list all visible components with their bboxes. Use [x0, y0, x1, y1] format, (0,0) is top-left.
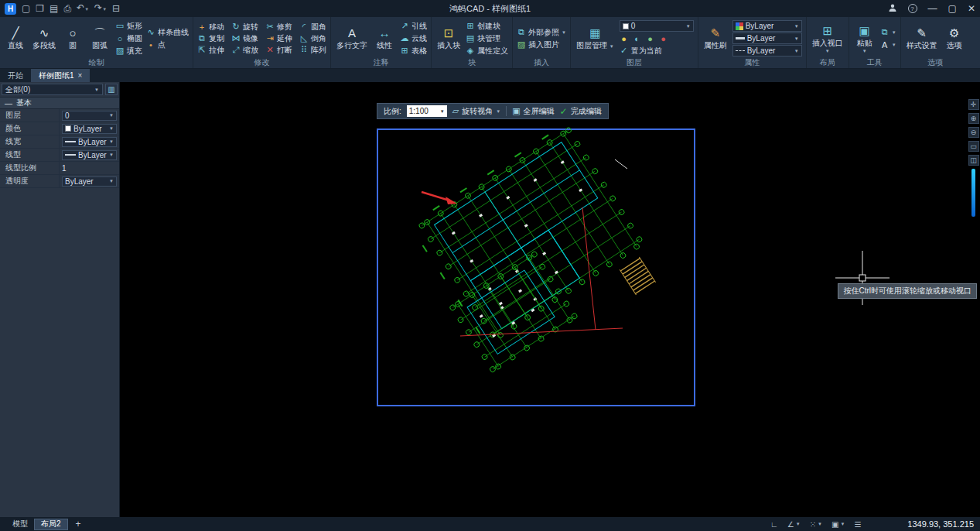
- insert-block-button[interactable]: ⊡ 插入块: [435, 26, 462, 51]
- chamfer-button[interactable]: ◺倒角: [299, 33, 326, 44]
- extend-button[interactable]: ⇥延伸: [265, 33, 292, 44]
- ucs-icon[interactable]: ∟: [770, 520, 778, 529]
- style-settings-button[interactable]: ✎ 样式设置: [905, 26, 939, 51]
- text-tool-button[interactable]: A▼: [880, 39, 896, 50]
- ellipse-button[interactable]: ○ 椭圆: [115, 33, 142, 44]
- insert-viewport-button[interactable]: ⊞ 插入视口 ▼: [811, 23, 845, 53]
- open-file-icon[interactable]: ❒: [36, 3, 44, 14]
- create-block-button[interactable]: ⊞ 创建块: [466, 20, 508, 32]
- line-button[interactable]: ╱ 直线: [4, 26, 27, 51]
- layer-lock-icon[interactable]: ●: [646, 34, 655, 43]
- layer-color-swatch: [623, 23, 629, 29]
- scale-button[interactable]: ⤢缩放: [231, 44, 258, 56]
- copy-button[interactable]: ⧉复制: [197, 33, 224, 44]
- zoom-window-icon[interactable]: ▭: [968, 141, 979, 152]
- zoom-extents-icon[interactable]: ◫: [968, 155, 979, 166]
- layer-on-icon[interactable]: ●: [620, 34, 629, 43]
- mtext-button[interactable]: A 多行文字: [335, 26, 369, 51]
- zoom-slider[interactable]: [971, 169, 975, 217]
- drawing-canvas[interactable]: 比例: 1:100 ▼ ▱ 旋转视角 ▼ ▣ 全屏编辑 ✓ 完成编辑: [120, 82, 980, 517]
- tab-close-icon[interactable]: ×: [78, 71, 83, 80]
- close-button[interactable]: ✕: [968, 3, 975, 14]
- plot-icon[interactable]: ⊟: [112, 3, 120, 14]
- undo-icon[interactable]: ↶▼: [77, 2, 89, 15]
- spline-button[interactable]: ∿ 样条曲线: [146, 26, 189, 38]
- maximize-button[interactable]: ▢: [948, 3, 957, 14]
- layer-off-icon[interactable]: ●: [659, 34, 668, 43]
- minimize-button[interactable]: —: [928, 3, 937, 14]
- paste-button[interactable]: ▣ 粘贴 ▼: [853, 23, 876, 53]
- ribbon-group-tools: ▣ 粘贴 ▼ ⧉▼ A▼ 工具: [849, 17, 901, 68]
- viewport-mode-icon[interactable]: ▣▼: [831, 520, 845, 529]
- block-manager-button[interactable]: ▤ 块管理: [466, 33, 508, 44]
- color-value-select[interactable]: ByLayer▼: [62, 124, 117, 134]
- redo-icon[interactable]: ↷▼: [94, 2, 107, 15]
- angle-snap-icon[interactable]: ∠▼: [787, 520, 801, 529]
- stretch-button[interactable]: ⇱拉伸: [197, 44, 224, 56]
- tab-start[interactable]: 开始: [0, 69, 31, 82]
- zoom-out-icon[interactable]: ⊖: [968, 127, 979, 138]
- linetype-value-select[interactable]: ByLayer▼: [62, 150, 117, 160]
- fillet-button[interactable]: ◜圆角: [299, 21, 326, 33]
- layer-freeze-icon[interactable]: ◐: [633, 34, 642, 43]
- layer-value-select[interactable]: 0▼: [62, 111, 117, 121]
- rectangle-button[interactable]: ▭ 矩形: [115, 20, 142, 32]
- quick-select-icon[interactable]: ▥: [105, 84, 118, 95]
- table-button[interactable]: ⊞ 表格: [400, 45, 427, 57]
- linear-dim-button[interactable]: ↔ 线性: [373, 26, 396, 51]
- pan-icon[interactable]: ✛: [968, 99, 979, 110]
- scale-select[interactable]: 1:100 ▼: [407, 105, 447, 117]
- property-row-lineweight: 线宽 ByLayer▼: [0, 135, 119, 149]
- layer-select[interactable]: 0 ▼: [620, 20, 694, 32]
- tab-sample-drawing[interactable]: 样例图纸1 ×: [31, 69, 90, 82]
- layout2-tab[interactable]: 布局2: [34, 519, 68, 530]
- lineweight-value-select[interactable]: ByLayer▼: [62, 137, 117, 147]
- revcloud-button[interactable]: ☁ 云线: [400, 33, 427, 44]
- options-button[interactable]: ⚙ 选项: [943, 26, 966, 51]
- properties-panel: 全部(0) ▼ ▥ — 基本 图层 0▼ 颜色 ByLayer▼: [0, 82, 120, 517]
- rotate-view-button[interactable]: ▱ 旋转视角 ▼: [452, 106, 500, 117]
- ribbon-group-layout: ⊞ 插入视口 ▼ 布局: [807, 17, 849, 68]
- attribute-def-button[interactable]: ◈ 属性定义: [466, 45, 508, 57]
- copy-clip-button[interactable]: ⧉▼: [880, 26, 896, 38]
- match-properties-button[interactable]: ✎ 属性刷: [702, 26, 729, 51]
- property-row-layer: 图层 0▼: [0, 109, 119, 122]
- finish-edit-button[interactable]: ✓ 完成编辑: [560, 106, 602, 117]
- fullscreen-edit-button[interactable]: ▣ 全屏编辑: [512, 106, 554, 117]
- arc-button[interactable]: ⌒ 圆弧: [88, 26, 111, 51]
- layout-group-label: 布局: [811, 58, 845, 68]
- menu-icon[interactable]: ☰: [854, 520, 861, 529]
- ltscale-value[interactable]: 1: [59, 162, 119, 174]
- set-current-layer-button[interactable]: ✓ 置为当前: [620, 45, 694, 57]
- linetype-select[interactable]: ByLayer ▼: [732, 45, 802, 57]
- model-tab[interactable]: 模型: [6, 519, 34, 530]
- selection-filter-select[interactable]: 全部(0) ▼: [2, 84, 103, 95]
- user-icon[interactable]: [888, 3, 897, 14]
- hatch-button[interactable]: ▨ 填充: [115, 45, 142, 57]
- zoom-in-icon[interactable]: ⊕: [968, 113, 979, 124]
- titlebar: H ▢ ❒ ▤ ⎙ ↶▼ ↷▼ ⊟ 鸿蚂CAD - 样例图纸1 ? — ▢ ✕: [0, 0, 980, 17]
- new-file-icon[interactable]: ▢: [22, 3, 30, 14]
- save-icon[interactable]: ▤: [50, 3, 58, 14]
- leader-button[interactable]: ↗ 引线: [400, 20, 427, 32]
- transparency-value-select[interactable]: ByLayer▼: [62, 176, 117, 187]
- color-select[interactable]: ByLayer ▼: [732, 20, 802, 32]
- insert-image-button[interactable]: ▨ 插入图片: [517, 39, 566, 50]
- mirror-button[interactable]: ⋈镜像: [231, 33, 258, 44]
- polyline-button[interactable]: ∿ 多段线: [31, 26, 57, 51]
- array-button[interactable]: ⠿阵列: [299, 44, 326, 56]
- rotate-button[interactable]: ↻旋转: [231, 21, 258, 33]
- move-button[interactable]: +移动: [197, 21, 224, 33]
- trim-button[interactable]: ✂修剪: [265, 21, 292, 33]
- lineweight-select[interactable]: ByLayer ▼: [732, 33, 802, 44]
- grid-snap-icon[interactable]: ⁙▼: [810, 520, 822, 529]
- break-button[interactable]: ✕打断: [265, 44, 292, 56]
- help-icon[interactable]: ?: [908, 4, 917, 13]
- layer-manager-button[interactable]: ▦ 图层管理 ▼: [575, 26, 616, 51]
- section-basic[interactable]: — 基本: [0, 97, 119, 109]
- point-button[interactable]: • 点: [146, 39, 189, 50]
- xref-button[interactable]: ⧉ 外部参照▼: [517, 26, 566, 38]
- print-icon[interactable]: ⎙: [63, 3, 71, 14]
- circle-button[interactable]: ○ 圆: [61, 26, 84, 51]
- add-layout-button[interactable]: +: [76, 519, 81, 529]
